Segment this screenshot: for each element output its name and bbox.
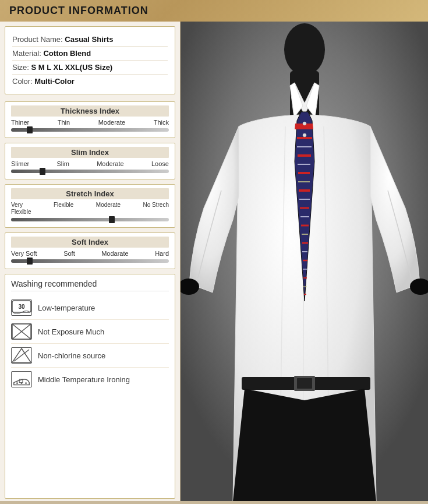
svg-point-10 [25, 382, 27, 384]
size-row: Size: S M L XL XXL(US Size) [12, 61, 168, 75]
iron-icon [11, 371, 32, 387]
svg-rect-35 [297, 378, 312, 389]
thickness-indicator [27, 126, 33, 133]
product-name-value: Casual Shirts [65, 35, 113, 44]
slim-label-0: Slimer [11, 160, 29, 167]
thickness-label-3: Thick [154, 119, 169, 126]
stretch-bar [11, 218, 169, 221]
svg-point-9 [21, 382, 23, 384]
svg-point-12 [284, 23, 325, 76]
soft-indicator [27, 258, 33, 265]
material-value: Cotton Blend [43, 49, 91, 58]
slim-label-2: Moderate [97, 160, 123, 167]
washing-item-low-temp: 30 Low-temperature [11, 296, 169, 320]
size-value: S M L XL XXL(US Size) [31, 63, 113, 72]
product-name-label: Product Name: [12, 35, 63, 44]
slim-indicator [40, 168, 45, 175]
right-panel [181, 22, 428, 501]
page-title: PRODUCT INFORMATION [9, 5, 148, 17]
size-label: Size: [12, 63, 29, 72]
thickness-bar [11, 128, 169, 132]
page-header: PRODUCT INFORMATION [0, 0, 428, 22]
slim-label-1: Slim [56, 160, 69, 167]
thickness-label-0: Thiner [11, 119, 29, 126]
soft-index-section: Soft Index Very Soft Soft Modarate Hard [5, 232, 175, 269]
washing-label-low-temp: Low-temperature [38, 304, 95, 312]
stretch-index-title: Stretch Index [11, 188, 169, 199]
svg-point-8 [16, 382, 18, 384]
slim-bar [11, 170, 169, 173]
stretch-label-0: VeryFlexible [11, 202, 31, 216]
soft-label-2: Modarate [101, 250, 128, 257]
product-name-row: Product Name: Casual Shirts [12, 33, 168, 47]
stretch-index-section: Stretch Index VeryFlexible Flexible Mode… [5, 184, 175, 228]
soft-label-3: Hard [155, 250, 169, 257]
stretch-label-1: Flexible [54, 202, 73, 216]
washing-item-no-exposure: Not Exposure Much [11, 320, 169, 344]
soft-index-title: Soft Index [11, 237, 169, 248]
soft-bar [11, 259, 169, 263]
material-row: Material: Cotton Blend [12, 47, 168, 61]
svg-line-6 [14, 350, 29, 361]
no-chlorine-icon [11, 347, 32, 364]
thickness-index-section: Thickness Index Thiner Thin Moderate Thi… [5, 101, 175, 138]
wash-30-icon: 30 [11, 299, 32, 316]
left-panel: Product Name: Casual Shirts Material: Co… [0, 22, 181, 501]
thickness-index-title: Thickness Index [11, 105, 169, 117]
thickness-index-labels: Thiner Thin Moderate Thick [11, 119, 169, 126]
svg-point-37 [303, 133, 306, 137]
slim-index-labels: Slimer Slim Moderate Loose [11, 160, 169, 167]
stretch-index-labels: VeryFlexible Flexible Moderate No Strech [11, 202, 169, 216]
svg-text:30: 30 [18, 304, 25, 310]
washing-item-iron: Middle Temperature Ironing [11, 368, 169, 391]
washing-item-no-chlorine: Non-chlorine source [11, 344, 169, 368]
stretch-label-2: Moderate [96, 202, 121, 216]
washing-title: Washing recommended [11, 279, 169, 291]
washing-section: Washing recommended 30 Low-temperature [5, 274, 175, 499]
color-value: Multi-Color [34, 77, 75, 86]
slim-index-section: Slim Index Slimer Slim Moderate Loose [5, 143, 175, 179]
material-label: Material: [12, 49, 41, 58]
stretch-indicator [109, 216, 115, 223]
no-exposure-icon [11, 323, 32, 340]
svg-point-36 [303, 122, 306, 125]
page-wrapper: PRODUCT INFORMATION Product Name: Casual… [0, 0, 428, 504]
washing-label-no-exposure: Not Exposure Much [38, 327, 104, 336]
slim-label-3: Loose [151, 160, 169, 167]
product-info-section: Product Name: Casual Shirts Material: Co… [5, 26, 175, 94]
thickness-label-2: Moderate [98, 119, 125, 126]
soft-label-0: Very Soft [11, 250, 37, 257]
main-content: Product Name: Casual Shirts Material: Co… [0, 22, 428, 501]
soft-index-labels: Very Soft Soft Modarate Hard [11, 250, 169, 257]
product-image [181, 22, 428, 501]
washing-label-no-chlorine: Non-chlorine source [38, 351, 105, 360]
color-row: Color: Multi-Color [12, 75, 168, 88]
slim-index-title: Slim Index [11, 147, 169, 158]
thickness-label-1: Thin [58, 119, 70, 126]
stretch-label-3: No Strech [143, 202, 169, 216]
washing-label-iron: Middle Temperature Ironing [38, 375, 130, 384]
soft-label-1: Soft [63, 250, 75, 257]
color-label: Color: [12, 77, 33, 86]
